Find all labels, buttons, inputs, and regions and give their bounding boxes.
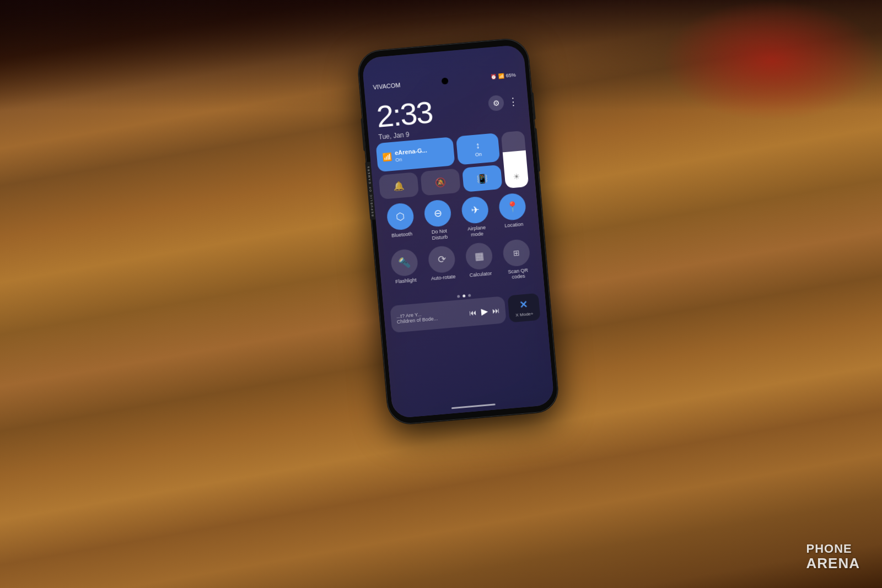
home-bar[interactable] [451, 403, 496, 409]
autorotate-label: Auto-rotate [431, 273, 456, 282]
clock-time: 2:33 [375, 96, 433, 132]
bluetooth-item[interactable]: ⬡ Bluetooth [383, 202, 418, 245]
dnd-label: Do Not Disturb [423, 227, 456, 242]
media-info: ...t? Are Y... Children of Bode... [396, 308, 465, 325]
quick-row-1: ⬡ Bluetooth ⊖ Do Not Disturb ✈ Airplane … [381, 192, 533, 245]
bluetooth-circle: ⬡ [386, 202, 415, 231]
quick-grid: ⬡ Bluetooth ⊖ Do Not Disturb ✈ Airplane … [374, 189, 544, 299]
flashlight-item[interactable]: 🔦 Flashlight [388, 248, 423, 291]
xmode-icon: ✕ [519, 299, 529, 311]
location-label: Location [504, 222, 524, 229]
volume-button[interactable] [534, 128, 540, 172]
brightness-icon: ☀ [513, 172, 520, 181]
camera-cutout [442, 78, 449, 85]
wifi-text: eArena-G... On [395, 147, 428, 163]
calculator-label: Calculator [469, 271, 492, 278]
flashlight-circle: 🔦 [390, 248, 419, 277]
scene: REPUBLIC OF GAMERS VIVACOM ⏰ 📶 65% [0, 0, 882, 588]
dnd-item[interactable]: ⊖ Do Not Disturb [421, 199, 456, 242]
dot-2 [462, 295, 465, 298]
watermark-line1: PHONE [806, 542, 852, 555]
calculator-circle: ▦ [465, 241, 493, 270]
qr-item[interactable]: ⊞ Scan QR codes [499, 238, 535, 281]
autorotate-circle: ⟳ [427, 245, 456, 273]
brightness-slider[interactable]: ☀ [501, 131, 529, 188]
wifi-icon: 📶 [382, 152, 392, 161]
bell-on-tile[interactable]: 🔔 [379, 172, 420, 199]
settings-button[interactable]: ⚙ [488, 95, 504, 111]
power-button[interactable] [531, 92, 535, 120]
media-prev[interactable]: ⏮ [469, 308, 477, 317]
phone-device: REPUBLIC OF GAMERS VIVACOM ⏰ 📶 65% [357, 37, 560, 425]
carrier-text: VIVACOM [373, 82, 401, 90]
autorotate-item[interactable]: ⟳ Auto-rotate [424, 245, 460, 288]
clock-right-icons: ⚙ ⋮ [488, 94, 519, 112]
volume-down-button[interactable] [361, 118, 365, 151]
tiles-left: 📶 eArena-G... On ↕ On [376, 133, 503, 199]
media-controls: ⏮ ▶ ⏭ [469, 305, 500, 318]
watermark-line2: ARENA [806, 555, 860, 571]
media-play[interactable]: ▶ [481, 306, 488, 317]
qr-circle: ⊞ [502, 239, 531, 267]
phone-screen: VIVACOM ⏰ 📶 65% 2:33 Tue, Jan 9 ⚙ [362, 44, 555, 418]
wifi-status-icon: 📶 [498, 73, 504, 79]
dot-3 [468, 294, 471, 297]
mobile-data-tile[interactable]: ↕ On [456, 133, 500, 165]
bell-off-tile[interactable]: 🔕 [420, 168, 461, 196]
airplane-circle: ✈ [461, 196, 490, 224]
calculator-item[interactable]: ▦ Calculator [462, 241, 497, 284]
qr-label: Scan QR codes [502, 267, 535, 282]
quick-row-2: 🔦 Flashlight ⟳ Auto-rotate ▦ Calculator [385, 238, 537, 292]
dot-1 [457, 295, 460, 298]
notification-panel: VIVACOM ⏰ 📶 65% 2:33 Tue, Jan 9 ⚙ [362, 44, 555, 418]
airplane-item[interactable]: ✈ Airplane mode [458, 196, 493, 239]
brightness-fill [503, 150, 529, 188]
vibrate-tile[interactable]: 📳 [462, 165, 503, 192]
status-icons: ⏰ 📶 65% [490, 72, 516, 80]
dnd-circle: ⊖ [423, 199, 452, 228]
flashlight-label: Flashlight [395, 277, 417, 285]
airplane-label: Airplane mode [460, 224, 493, 239]
location-item[interactable]: 📍 Location [495, 192, 530, 235]
alarm-icon: ⏰ [490, 74, 497, 80]
xmode-button[interactable]: ✕ X Mode+ [507, 293, 540, 323]
xmode-label: X Mode+ [515, 311, 534, 318]
location-circle: 📍 [498, 192, 526, 221]
data-sub: On [475, 152, 482, 158]
battery-text: 65% [505, 72, 516, 79]
bluetooth-label: Bluetooth [391, 231, 413, 239]
wifi-tile[interactable]: 📶 eArena-G... On [376, 137, 455, 172]
more-options-button[interactable]: ⋮ [508, 95, 519, 108]
media-next[interactable]: ⏭ [492, 306, 500, 315]
data-icon: ↕ [475, 141, 481, 151]
watermark: PHONE ARENA [806, 542, 860, 571]
